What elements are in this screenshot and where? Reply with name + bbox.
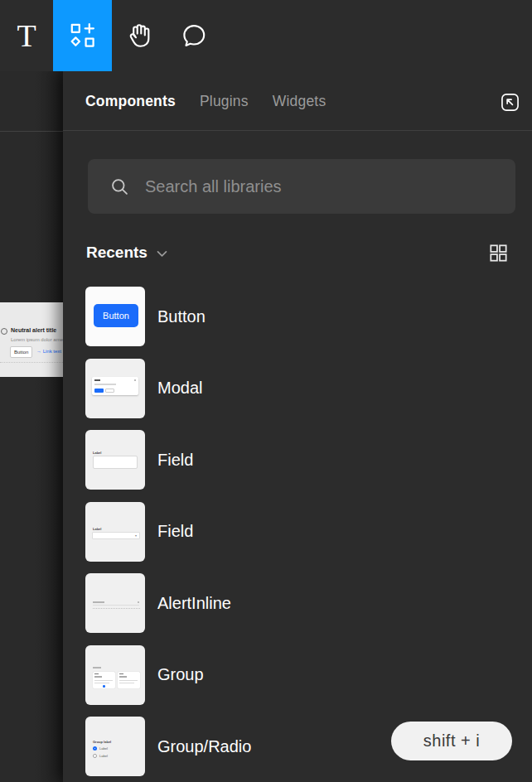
alert-button: Button <box>10 346 32 358</box>
search-icon <box>109 176 131 198</box>
alert-body: Lorem ipsum dolor amet conse <box>11 337 63 342</box>
component-label: Button <box>157 307 206 326</box>
component-row-group[interactable]: Group <box>85 645 516 705</box>
group-thumbnail <box>85 645 145 705</box>
thumb-mini-button: Button <box>94 304 138 327</box>
panel-tabs: Components Plugins Widgets <box>85 71 326 131</box>
pop-out-button[interactable] <box>499 91 521 113</box>
thumb-select-chevron: ▾ <box>135 534 137 538</box>
hand-icon <box>125 22 153 50</box>
shortcut-hint-text: shift + i <box>423 731 480 751</box>
thumb-radio-selected <box>93 746 97 751</box>
alert-link: → Link text <box>36 349 61 354</box>
field-input-thumbnail: Label <box>85 430 145 490</box>
grid-view-icon <box>488 243 509 263</box>
assets-tool-button[interactable] <box>53 0 112 71</box>
canvas-frame-edge <box>0 131 63 132</box>
thumb-radio-unselected <box>93 754 97 758</box>
toolbar: T <box>0 0 532 71</box>
search-input[interactable] <box>145 177 504 196</box>
recents-header: Recents <box>86 241 509 264</box>
arrow-up-left-box-icon <box>499 91 521 113</box>
canvas[interactable]: Neutral alert title Lorem ipsum dolor am… <box>0 71 63 782</box>
thumb-mini-select <box>92 532 140 539</box>
alert-info-icon <box>1 328 7 335</box>
alert-title: Neutral alert title <box>11 327 56 333</box>
component-row-modal[interactable]: Modal <box>85 359 516 418</box>
grid-view-button[interactable] <box>487 242 509 263</box>
component-row-button[interactable]: Button Button <box>85 287 516 346</box>
recents-title[interactable]: Recents <box>86 244 148 262</box>
component-row-alertinline[interactable]: AlertInline <box>85 573 516 633</box>
component-label: Field <box>157 522 193 541</box>
button-thumbnail: Button <box>85 287 145 346</box>
tab-widgets[interactable]: Widgets <box>273 93 326 110</box>
assets-icon <box>68 21 98 51</box>
component-label: Group <box>157 665 204 684</box>
alert-divider <box>0 362 63 363</box>
canvas-alert-component[interactable]: Neutral alert title Lorem ipsum dolor am… <box>0 302 63 377</box>
text-tool-icon: T <box>17 20 36 51</box>
tab-components[interactable]: Components <box>85 93 176 110</box>
field-select-thumbnail: Label ▾ <box>85 502 145 562</box>
component-row-field-input[interactable]: Label Field <box>85 430 516 490</box>
modal-thumbnail <box>85 359 145 418</box>
group-radio-thumbnail: Group label Label Label <box>85 717 145 776</box>
component-label: AlertInline <box>157 594 231 613</box>
component-row-field-select[interactable]: Label ▾ Field <box>85 502 516 562</box>
tab-plugins[interactable]: Plugins <box>200 93 249 110</box>
comment-tool-button[interactable] <box>167 0 221 71</box>
chevron-down-icon[interactable] <box>157 250 167 258</box>
alertinline-thumbnail <box>85 573 145 633</box>
shortcut-hint-pill: shift + i <box>391 722 512 760</box>
thumb-mini-input <box>93 456 138 469</box>
search-box[interactable] <box>88 159 515 214</box>
component-label: Group/Radio <box>157 737 251 756</box>
comment-icon <box>180 22 208 50</box>
panel-header: Components Plugins Widgets <box>63 71 532 131</box>
component-label: Field <box>157 451 193 470</box>
text-tool-button[interactable]: T <box>0 0 53 71</box>
assets-panel: Components Plugins Widgets Recents <box>63 71 532 782</box>
component-label: Modal <box>157 379 202 398</box>
hand-tool-button[interactable] <box>112 0 167 71</box>
